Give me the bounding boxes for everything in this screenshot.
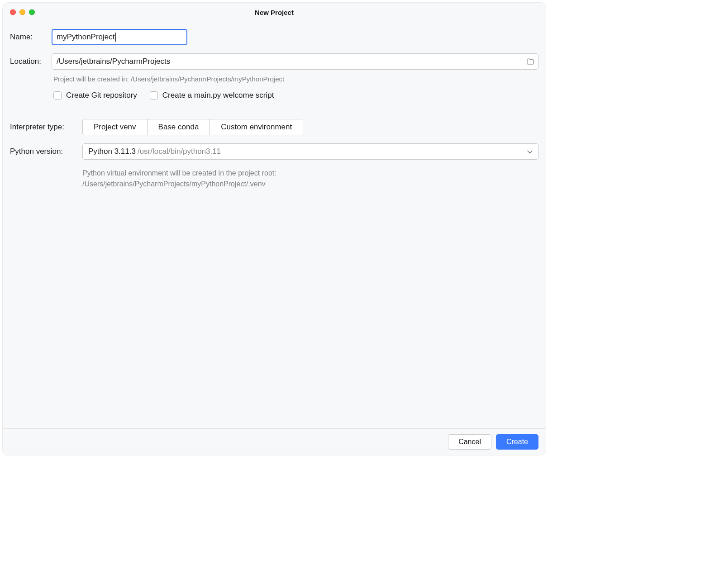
text-caret xyxy=(115,33,116,42)
python-version-value: Python 3.11.3 xyxy=(88,147,136,156)
window-controls xyxy=(10,9,35,15)
segment-base-conda[interactable]: Base conda xyxy=(148,119,210,135)
create-git-checkbox[interactable]: Create Git repository xyxy=(53,91,137,100)
close-window-button[interactable] xyxy=(10,9,16,15)
create-mainpy-label: Create a main.py welcome script xyxy=(162,91,274,100)
venv-hint-line2: /Users/jetbrains/PycharmProjects/myPytho… xyxy=(82,179,538,190)
segment-project-venv[interactable]: Project venv xyxy=(83,119,148,135)
dialog-content: Name: myPythonProject Location: xyxy=(3,22,546,428)
checkbox-box-icon xyxy=(53,91,62,100)
python-version-path: /usr/local/bin/python3.11 xyxy=(138,147,221,156)
dialog-footer: Cancel Create xyxy=(3,428,546,455)
name-label: Name: xyxy=(10,33,52,42)
new-project-dialog: New Project Name: myPythonProject Locati… xyxy=(3,3,546,455)
create-mainpy-checkbox[interactable]: Create a main.py welcome script xyxy=(150,91,274,100)
chevron-down-icon xyxy=(527,147,533,156)
project-name-input[interactable]: myPythonProject xyxy=(52,29,187,45)
project-name-value: myPythonProject xyxy=(57,33,115,42)
location-input-wrap xyxy=(52,53,538,70)
create-git-label: Create Git repository xyxy=(66,91,137,100)
created-in-hint: Project will be created in: /Users/jetbr… xyxy=(53,75,538,83)
interpreter-type-label: Interpreter type: xyxy=(10,123,82,132)
window-title: New Project xyxy=(255,9,294,16)
interpreter-type-segmented: Project venv Base conda Custom environme… xyxy=(82,119,303,135)
titlebar: New Project xyxy=(3,3,546,22)
venv-hint-line1: Python virtual environment will be creat… xyxy=(82,168,538,179)
location-input[interactable] xyxy=(57,57,526,66)
python-version-label: Python version: xyxy=(10,147,82,156)
python-version-dropdown[interactable]: Python 3.11.3 /usr/local/bin/python3.11 xyxy=(82,143,538,160)
browse-folder-icon[interactable] xyxy=(526,58,534,65)
checkbox-box-icon xyxy=(150,91,158,100)
segment-custom-env[interactable]: Custom environment xyxy=(210,119,303,135)
location-label: Location: xyxy=(10,57,52,66)
create-button[interactable]: Create xyxy=(496,434,538,450)
cancel-button[interactable]: Cancel xyxy=(448,434,491,450)
venv-hint: Python virtual environment will be creat… xyxy=(82,168,538,190)
maximize-window-button[interactable] xyxy=(29,9,35,15)
minimize-window-button[interactable] xyxy=(19,9,25,15)
